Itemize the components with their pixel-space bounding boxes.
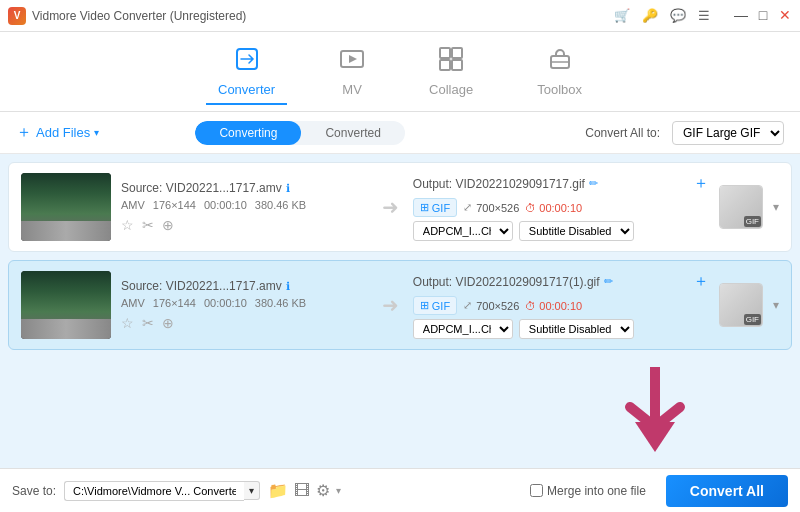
source-label-2: Source: VID20221...1717.amv [121,279,282,293]
maximize-button[interactable]: □ [756,8,770,22]
cart-icon[interactable]: 🛒 [614,8,630,23]
title-bar-right: 🛒 🔑 💬 ☰ — □ ✕ [614,8,792,23]
duration-2: 00:00:10 [204,297,247,309]
effects-icon-2[interactable]: ⊕ [162,315,174,331]
star-icon-2[interactable]: ☆ [121,315,134,331]
minimize-button[interactable]: — [734,8,748,22]
item-menu-btn-2[interactable]: ▾ [773,298,779,312]
output-add-icon-2[interactable]: ＋ [693,271,709,292]
thumbnail-1 [21,173,111,241]
audio-select-1[interactable]: ADPCM_I...Channel [413,221,513,241]
action-icons-2: ☆ ✂ ⊕ [121,315,368,331]
resolution-meta-1: ⤢ 700×526 [463,201,519,214]
output-add-icon-1[interactable]: ＋ [693,173,709,194]
info-icon-2[interactable]: ℹ [286,280,290,293]
nav-mv[interactable]: MV [327,40,377,103]
save-path-wrap: ▾ [64,481,260,501]
format-icon-1: ⊞ [420,201,429,214]
film-icon[interactable]: 🎞 [294,482,310,500]
add-files-button[interactable]: ＋ Add Files ▾ [16,122,99,143]
source-label-1: Source: VID20221...1717.amv [121,181,282,195]
save-path-caret-icon[interactable]: ▾ [244,481,260,500]
subtitle-select-2[interactable]: Subtitle Disabled [519,319,634,339]
close-button[interactable]: ✕ [778,8,792,22]
convert-all-button[interactable]: Convert All [666,475,788,507]
audio-row-1: ADPCM_I...Channel Subtitle Disabled [413,221,709,241]
toolbar: ＋ Add Files ▾ Converting Converted Conve… [0,112,800,154]
filesize-2: 380.46 KB [255,297,306,309]
format-row-1: ⊞ GIF ⤢ 700×526 ⏱ 00:00:10 [413,198,709,217]
media-item-1: Source: VID20221...1717.amv ℹ AMV 176×14… [8,162,792,252]
meta-row-1: AMV 176×144 00:00:10 380.46 KB [121,199,368,211]
main-content: Source: VID20221...1717.amv ℹ AMV 176×14… [0,154,800,468]
tab-group: Converting Converted [195,121,404,145]
out-res-2: 700×526 [476,300,519,312]
add-files-caret-icon: ▾ [94,127,99,138]
output-row-1: Output: VID20221029091717.gif ✏ ＋ [413,173,709,194]
res-icon-2: ⤢ [463,299,472,312]
nav-converter[interactable]: Converter [206,40,287,103]
title-bar-left: V Vidmore Video Converter (Unregistered) [8,7,246,25]
subtitle-select-1[interactable]: Subtitle Disabled [519,221,634,241]
audio-select-2[interactable]: ADPCM_I...Channel [413,319,513,339]
collage-icon [438,46,464,78]
save-to-label: Save to: [12,484,56,498]
resolution-meta-2: ⤢ 700×526 [463,299,519,312]
converting-tab[interactable]: Converting [195,121,301,145]
filesize-1: 380.46 KB [255,199,306,211]
plus-icon: ＋ [16,122,32,143]
cut-icon-1[interactable]: ✂ [142,217,154,233]
bottom-icons: 📁 🎞 ⚙ ▾ [268,481,341,500]
gif-label-1: GIF [744,216,761,227]
format-select[interactable]: GIF Large GIF [672,121,784,145]
chat-icon[interactable]: 💬 [670,8,686,23]
format-text-1: GIF [432,202,450,214]
cut-icon-2[interactable]: ✂ [142,315,154,331]
output-label-2: Output: VID20221029091717(1).gif [413,275,600,289]
gif-preview-2: GIF [719,283,763,327]
edit-icon-1[interactable]: ✏ [589,177,598,190]
star-icon-1[interactable]: ☆ [121,217,134,233]
menu-icon[interactable]: ☰ [698,8,710,23]
converter-icon [234,46,260,78]
settings-caret[interactable]: ▾ [336,485,341,496]
resolution-2: 176×144 [153,297,196,309]
title-bar: V Vidmore Video Converter (Unregistered)… [0,0,800,32]
format-row-2: ⊞ GIF ⤢ 700×526 ⏱ 00:00:10 [413,296,709,315]
clock-icon-2: ⏱ [525,300,536,312]
out-res-1: 700×526 [476,202,519,214]
format-select-wrap: GIF Large GIF [672,121,784,145]
save-path-input[interactable] [64,481,244,501]
clock-icon-1: ⏱ [525,202,536,214]
bottom-bar: Save to: ▾ 📁 🎞 ⚙ ▾ Merge into one file C… [0,468,800,512]
out-duration-1: 00:00:10 [539,202,582,214]
audio-row-2: ADPCM_I...Channel Subtitle Disabled [413,319,709,339]
format-icon-2: ⊞ [420,299,429,312]
collage-label: Collage [429,82,473,97]
mv-icon [339,46,365,78]
mv-label: MV [342,82,362,97]
format-badge-1: ⊞ GIF [413,198,457,217]
res-icon-1: ⤢ [463,201,472,214]
output-label-1: Output: VID20221029091717.gif [413,177,585,191]
toolbox-icon [547,46,573,78]
codec-2: AMV [121,297,145,309]
item-menu-btn-1[interactable]: ▾ [773,200,779,214]
key-icon[interactable]: 🔑 [642,8,658,23]
source-row-1: Source: VID20221...1717.amv ℹ [121,181,368,195]
merge-label: Merge into one file [530,484,646,498]
toolbox-label: Toolbox [537,82,582,97]
merge-checkbox[interactable] [530,484,543,497]
effects-icon-1[interactable]: ⊕ [162,217,174,233]
folder-icon[interactable]: 📁 [268,481,288,500]
info-icon-1[interactable]: ℹ [286,182,290,195]
edit-icon-2[interactable]: ✏ [604,275,613,288]
settings-icon[interactable]: ⚙ [316,481,330,500]
meta-row-2: AMV 176×144 00:00:10 380.46 KB [121,297,368,309]
svg-rect-3 [452,48,462,58]
converted-tab[interactable]: Converted [301,121,404,145]
duration-meta-2: ⏱ 00:00:10 [525,300,582,312]
nav-collage[interactable]: Collage [417,40,485,103]
nav-toolbox[interactable]: Toolbox [525,40,594,103]
output-row-2: Output: VID20221029091717(1).gif ✏ ＋ [413,271,709,292]
